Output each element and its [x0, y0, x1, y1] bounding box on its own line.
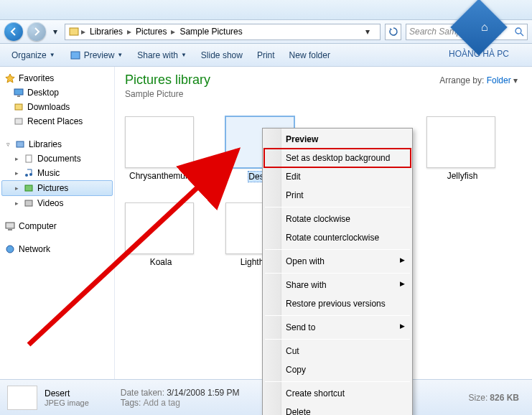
slideshow-button[interactable]: Slide show [195, 47, 248, 63]
preview-button[interactable]: Preview▼ [64, 47, 129, 64]
organize-button[interactable]: Organize▼ [6, 47, 61, 63]
music-icon [23, 167, 34, 179]
preview-icon [70, 50, 81, 61]
favorites-header[interactable]: Favorites [1, 71, 113, 85]
menu-restore[interactable]: Restore previous versions [264, 294, 411, 313]
svg-rect-14 [6, 223, 14, 228]
menu-cut[interactable]: Cut [264, 342, 411, 360]
menu-separator [265, 339, 410, 340]
svg-rect-5 [17, 95, 20, 97]
library-subtitle: Sample Picture [125, 89, 522, 99]
svg-rect-3 [71, 52, 80, 59]
arrow-left-icon [9, 27, 18, 36]
details-date: 3/14/2008 1:59 PM [167, 388, 239, 398]
thumbnail-icon [125, 202, 194, 254]
share-button[interactable]: Share with▼ [131, 47, 192, 63]
menu-rotate-cw[interactable]: Rotate clockwise [264, 210, 411, 228]
breadcrumb-sample[interactable]: Sample Pictures [177, 27, 245, 37]
menu-set-background[interactable]: Set as desktop background [264, 149, 411, 167]
svg-point-10 [25, 174, 28, 177]
svg-rect-13 [25, 200, 32, 206]
svg-rect-0 [70, 28, 78, 35]
sidebar-downloads[interactable]: Downloads [1, 100, 113, 114]
context-menu: Preview Set as desktop background Edit P… [262, 128, 413, 415]
details-size: 826 KB [490, 393, 519, 403]
svg-point-11 [29, 173, 32, 176]
sidebar-music[interactable]: ▸Music [1, 166, 113, 180]
address-bar[interactable]: ▸ Libraries ▸ Pictures ▸ Sample Pictures… [65, 24, 381, 40]
refresh-icon [388, 27, 398, 37]
svg-line-2 [521, 33, 523, 36]
menu-separator [265, 273, 410, 274]
item-chrysanthemum[interactable]: Chrysanthemum [125, 116, 197, 182]
libraries-icon [14, 139, 26, 150]
libraries-header[interactable]: ▿Libraries [1, 137, 113, 151]
menu-send-to[interactable]: Send to▶ [264, 318, 411, 337]
sidebar-recent[interactable]: Recent Places [1, 114, 113, 129]
sidebar-pictures[interactable]: ▸Pictures [1, 180, 113, 196]
back-button[interactable] [4, 22, 23, 41]
svg-rect-9 [26, 155, 32, 162]
breadcrumb-pictures[interactable]: Pictures [133, 27, 169, 37]
sidebar-computer[interactable]: Computer [1, 219, 113, 233]
menu-print[interactable]: Print [264, 186, 411, 205]
pictures-icon [23, 182, 34, 194]
recent-icon [13, 116, 24, 127]
sidebar-videos[interactable]: ▸Videos [1, 196, 113, 210]
svg-rect-12 [25, 185, 32, 191]
print-button[interactable]: Print [251, 47, 281, 63]
breadcrumb-libraries[interactable]: Libraries [87, 27, 126, 37]
menu-open-with[interactable]: Open with▶ [264, 252, 411, 271]
documents-icon [23, 153, 34, 164]
chevron-right-icon: ▶ [400, 256, 405, 264]
refresh-button[interactable] [385, 24, 401, 40]
arrange-value[interactable]: Folder [487, 75, 511, 85]
star-icon [4, 73, 16, 84]
details-type: JPEG image [45, 398, 89, 407]
chevron-right-icon: ▸ [127, 27, 131, 37]
history-dropdown[interactable]: ▾ [50, 25, 60, 38]
svg-rect-8 [17, 141, 24, 147]
arrange-by[interactable]: Arrange by: Folder ▾ [439, 75, 518, 85]
network-icon [4, 243, 16, 255]
menu-edit[interactable]: Edit [264, 167, 411, 186]
watermark-logo: ⌂ HOÀNG HÀ PC [449, 7, 509, 59]
menu-delete[interactable]: Delete [264, 403, 411, 415]
svg-rect-15 [8, 229, 12, 230]
menu-separator [265, 207, 410, 208]
menu-separator [265, 315, 410, 316]
menu-copy[interactable]: Copy [264, 360, 411, 379]
arrow-right-icon [32, 27, 41, 36]
svg-rect-6 [15, 104, 22, 110]
details-tags[interactable]: Add a tag [144, 398, 180, 408]
navigation-pane: Favorites Desktop Downloads Recent Place… [0, 67, 115, 379]
forward-button[interactable] [27, 22, 46, 41]
menu-rotate-ccw[interactable]: Rotate counterclockwise [264, 228, 411, 247]
desktop-icon [13, 87, 24, 98]
sidebar-network[interactable]: Network [1, 242, 113, 256]
computer-icon [4, 220, 16, 232]
new-folder-button[interactable]: New folder [284, 47, 336, 63]
chevron-right-icon: ▶ [400, 280, 405, 287]
svg-point-16 [6, 246, 14, 253]
menu-separator [265, 381, 410, 382]
svg-rect-4 [14, 89, 23, 95]
item-jellyfish[interactable]: Jellyfish [426, 116, 498, 182]
details-name: Desert [45, 388, 89, 398]
svg-point-1 [515, 28, 521, 34]
menu-preview[interactable]: Preview [264, 130, 411, 149]
sidebar-desktop[interactable]: Desktop [1, 85, 113, 100]
sidebar-documents[interactable]: ▸Documents [1, 151, 113, 166]
menu-shortcut[interactable]: Create shortcut [264, 384, 411, 403]
thumbnail-icon [125, 116, 194, 168]
item-koala[interactable]: Koala [125, 202, 197, 267]
chevron-right-icon: ▸ [81, 27, 85, 37]
search-icon [515, 27, 524, 37]
svg-rect-7 [15, 118, 22, 124]
download-icon [13, 101, 24, 113]
menu-separator [265, 249, 410, 250]
menu-share-with[interactable]: Share with▶ [264, 276, 411, 294]
address-dropdown[interactable]: ▾ [365, 27, 377, 37]
thumbnail-icon [426, 116, 495, 168]
library-icon [68, 26, 80, 37]
